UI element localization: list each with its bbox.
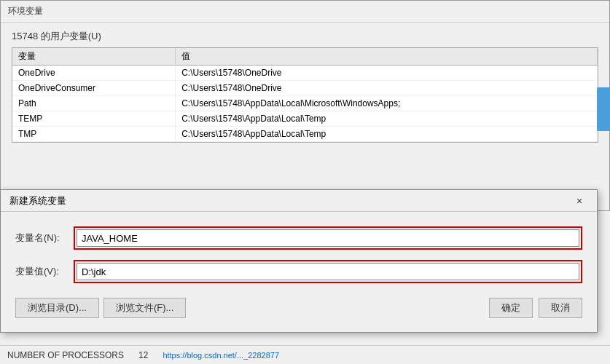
col-header-val: 值 bbox=[176, 48, 598, 66]
new-var-title-bar: 新建系统变量 × bbox=[1, 190, 597, 212]
buttons-row: 浏览目录(D)... 浏览文件(F)... 确定 取消 bbox=[15, 293, 582, 321]
bottom-url: https://blog.csdn.net/..._2282877 bbox=[163, 351, 279, 360]
var-value-cell: C:\Users\15748\AppData\Local\Temp bbox=[176, 127, 598, 142]
bottom-bar: NUMBER OF PROCESSORS 12 https://blog.csd… bbox=[0, 345, 610, 364]
name-field-row: 变量名(N): bbox=[15, 226, 582, 250]
var-name-cell: TEMP bbox=[12, 111, 176, 127]
bottom-value: 12 bbox=[138, 350, 148, 360]
env-table: 变量 值 OneDriveC:\Users\15748\OneDriveOneD… bbox=[12, 48, 598, 142]
table-row[interactable]: TMPC:\Users\15748\AppData\Local\Temp bbox=[12, 127, 598, 142]
name-input[interactable] bbox=[77, 229, 579, 247]
ok-button[interactable]: 确定 bbox=[489, 298, 533, 318]
new-var-dialog-title: 新建系统变量 bbox=[9, 194, 66, 207]
var-name-cell: OneDriveConsumer bbox=[12, 81, 176, 96]
cancel-button[interactable]: 取消 bbox=[539, 298, 582, 318]
section-label: 15748 的用户变量(U) bbox=[12, 30, 598, 43]
new-var-body: 变量名(N): 变量值(V): 浏览目录(D)... 浏览文件(F)... 确定… bbox=[1, 212, 597, 332]
table-row[interactable]: PathC:\Users\15748\AppData\Local\Microso… bbox=[12, 96, 598, 111]
var-value-cell: C:\Users\15748\AppData\Local\Temp bbox=[176, 111, 598, 127]
bg-dialog-body: 15748 的用户变量(U) 变量 值 OneDriveC:\Users\157… bbox=[1, 23, 609, 156]
bg-dialog-title-text: 环境变量 bbox=[8, 5, 43, 17]
btn-left-group: 浏览目录(D)... 浏览文件(F)... bbox=[15, 298, 186, 318]
var-name-cell: OneDrive bbox=[12, 66, 176, 81]
value-input-wrapper bbox=[74, 260, 582, 283]
var-name-cell: TMP bbox=[12, 127, 176, 142]
table-row[interactable]: OneDriveC:\Users\15748\OneDrive bbox=[12, 66, 598, 81]
col-header-var: 变量 bbox=[12, 48, 176, 66]
var-value-cell: C:\Users\15748\OneDrive bbox=[176, 81, 598, 96]
value-label: 变量值(V): bbox=[15, 265, 74, 278]
name-input-wrapper bbox=[74, 226, 582, 250]
bg-dialog-title: 环境变量 bbox=[1, 1, 609, 23]
browse-dir-button[interactable]: 浏览目录(D)... bbox=[15, 298, 99, 318]
browse-file-button[interactable]: 浏览文件(F)... bbox=[103, 298, 186, 318]
table-row[interactable]: TEMPC:\Users\15748\AppData\Local\Temp bbox=[12, 111, 598, 127]
table-row[interactable]: OneDriveConsumerC:\Users\15748\OneDrive bbox=[12, 81, 598, 96]
close-button[interactable]: × bbox=[571, 192, 588, 210]
var-value-cell: C:\Users\15748\OneDrive bbox=[176, 66, 598, 81]
blue-accent-bar bbox=[597, 87, 610, 131]
value-field-row: 变量值(V): bbox=[15, 260, 582, 283]
bottom-bar-cell: NUMBER OF PROCESSORS 12 https://blog.csd… bbox=[7, 350, 279, 360]
btn-right-group: 确定 取消 bbox=[489, 298, 582, 318]
var-value-cell: C:\Users\15748\AppData\Local\Microsoft\W… bbox=[176, 96, 598, 111]
var-name-cell: Path bbox=[12, 96, 176, 111]
env-table-container: 变量 值 OneDriveC:\Users\15748\OneDriveOneD… bbox=[12, 47, 598, 143]
env-variables-dialog: 环境变量 15748 的用户变量(U) 变量 值 OneDriveC:\User… bbox=[0, 0, 610, 211]
value-input[interactable] bbox=[77, 263, 579, 280]
new-var-dialog: 新建系统变量 × 变量名(N): 变量值(V): 浏览目录(D)... 浏览文件… bbox=[0, 189, 598, 333]
name-label: 变量名(N): bbox=[15, 232, 74, 245]
bottom-label: NUMBER OF PROCESSORS bbox=[7, 350, 124, 360]
